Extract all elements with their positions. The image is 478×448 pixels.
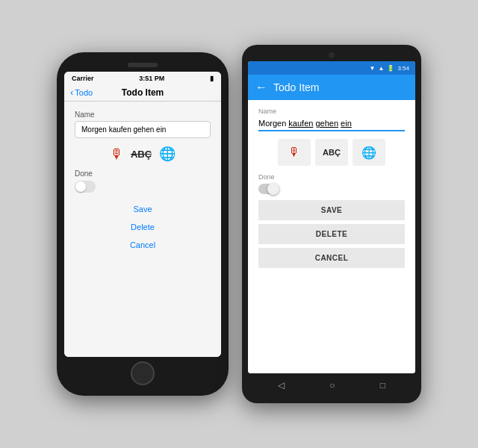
ios-home-button[interactable] (131, 361, 155, 385)
android-delete-button[interactable]: DELETE (258, 224, 405, 244)
ios-delete-button[interactable]: Delete (75, 218, 211, 236)
ios-mic-icon[interactable]: 🎙 (110, 146, 123, 162)
ios-battery-icon: ▮ (210, 75, 214, 82)
android-toolbar: ← Todo Item (248, 75, 415, 100)
android-underline-gehen: gehen (315, 119, 338, 128)
android-time: 3:54 (397, 65, 409, 72)
ios-done-label: Done (75, 169, 211, 178)
ios-name-label: Name (75, 111, 211, 119)
ios-nav-title: Todo Item (122, 87, 164, 98)
ios-back-label: Todo (75, 88, 93, 97)
android-content: Name Morgen kaufen gehen ein 🎙 ABÇ 🌐 Don… (248, 100, 415, 373)
ios-time: 3:51 PM (139, 75, 164, 82)
android-recents-nav-icon[interactable]: □ (380, 380, 385, 391)
android-name-input[interactable]: Morgen kaufen gehen ein (258, 116, 405, 131)
android-camera (329, 52, 335, 58)
android-toolbar-title: Todo Item (273, 81, 319, 93)
android-done-toggle[interactable] (258, 184, 279, 194)
ios-abc-icon[interactable]: ABÇ (131, 149, 152, 160)
ios-status-bar: Carrier 3:51 PM ▮ (64, 72, 221, 84)
ios-content: Name Morgen kaufen gehen ein 🎙 ABÇ 🌐 Don… (64, 102, 221, 357)
android-mic-icon[interactable]: 🎙 (278, 139, 311, 166)
android-name-label: Name (258, 108, 405, 115)
ios-carrier: Carrier (72, 75, 94, 82)
ios-back-chevron-icon: ‹ (70, 87, 73, 98)
android-screen: ▼ ▲ 🔋 3:54 ← Todo Item Name Morgen kaufe… (248, 61, 415, 373)
android-done-label: Done (258, 173, 405, 181)
ios-cancel-button[interactable]: Cancel (75, 236, 211, 254)
android-underline-kaufen: kaufen (288, 119, 313, 128)
android-wifi-icon: ▼ (370, 65, 376, 72)
ios-back-button[interactable]: ‹ Todo (70, 87, 93, 98)
android-cancel-button[interactable]: CANCEL (258, 248, 405, 268)
ios-keyboard-icons-row: 🎙 ABÇ 🌐 (75, 146, 211, 162)
ios-done-toggle[interactable] (75, 181, 96, 193)
android-home-nav-icon[interactable]: ○ (329, 380, 335, 391)
android-keyboard-icons-row: 🎙 ABÇ 🌐 (258, 139, 405, 166)
android-abc-icon[interactable]: ABÇ (315, 139, 348, 166)
ios-name-input[interactable]: Morgen kaufen gehen ein (75, 121, 211, 138)
android-back-nav-icon[interactable]: ◁ (278, 380, 285, 391)
android-toggle-knob (267, 183, 279, 195)
ios-toggle-knob (75, 181, 86, 192)
ios-globe-icon[interactable]: 🌐 (159, 146, 176, 162)
ios-phone: Carrier 3:51 PM ▮ ‹ Todo Todo Item Name … (57, 52, 229, 396)
android-underline-ein: ein (341, 119, 352, 128)
ios-nav-bar: ‹ Todo Todo Item (64, 84, 221, 102)
android-globe-icon[interactable]: 🌐 (353, 139, 385, 166)
android-top-bar (248, 51, 415, 61)
android-back-button[interactable]: ← (255, 81, 267, 94)
android-nav-bar: ◁ ○ □ (248, 373, 415, 397)
ios-speaker (128, 63, 158, 67)
android-save-button[interactable]: SAVE (258, 200, 405, 220)
ios-screen: Carrier 3:51 PM ▮ ‹ Todo Todo Item Name … (64, 72, 221, 357)
android-signal-icon: ▲ (379, 65, 385, 72)
android-battery-icon: 🔋 (387, 65, 394, 72)
android-status-bar: ▼ ▲ 🔋 3:54 (248, 61, 415, 75)
ios-save-button[interactable]: Save (75, 200, 211, 218)
android-phone: ▼ ▲ 🔋 3:54 ← Todo Item Name Morgen kaufe… (242, 45, 421, 403)
